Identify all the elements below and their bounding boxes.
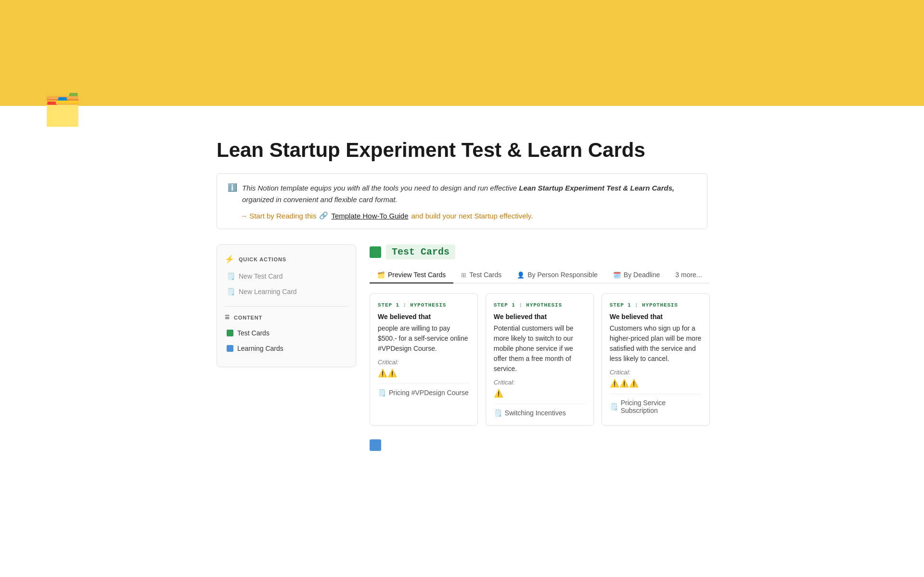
card-2: STEP 1 : HYPOTHESIS We believed that Pot…	[486, 293, 594, 426]
quick-actions-header: ⚡ QUICK ACTIONS	[225, 255, 348, 264]
tab-deadline-label: By Deadline	[624, 271, 660, 279]
card-2-warnings: ⚠️	[494, 389, 586, 398]
card-1-warnings: ⚠️⚠️	[378, 369, 470, 378]
tab-test-cards-label: Test Cards	[469, 271, 501, 279]
card-1-believed: We believed that	[378, 313, 470, 321]
sidebar-divider	[225, 306, 348, 307]
card-2-footer-icon: 🗒️	[494, 409, 502, 417]
guide-link[interactable]: Template How-To Guide	[331, 212, 408, 220]
new-learning-card-icon: 🗒️	[227, 288, 235, 295]
section-header: Test Cards	[370, 244, 710, 259]
tab-more[interactable]: 3 more...	[667, 267, 709, 283]
card-2-critical: Critical:	[494, 379, 586, 386]
tab-more-label: 3 more...	[675, 271, 702, 279]
guide-link-suffix: and build your next Startup effectively.	[411, 212, 533, 220]
card-1-step: STEP 1 : HYPOTHESIS	[378, 302, 470, 308]
tab-person-icon: 👤	[517, 271, 525, 279]
learning-cards-color-square	[227, 345, 233, 352]
card-1-footer[interactable]: 🗒️ Pricing #VPDesign Course	[378, 384, 470, 397]
card-1-critical: Critical:	[378, 359, 470, 366]
card-3-warnings: ⚠️⚠️⚠️	[610, 379, 702, 388]
sidebar-panel: ⚡ QUICK ACTIONS 🗒️ New Test Card 🗒️ New …	[217, 244, 356, 367]
tab-preview-icon: 🗂️	[377, 271, 385, 279]
card-2-believed: We believed that	[494, 313, 586, 321]
new-test-card-icon: 🗒️	[227, 272, 235, 280]
card-3-body: Customers who sign up for a higher-price…	[610, 323, 702, 364]
card-2-footer-text: Switching Incentives	[505, 409, 566, 417]
lightning-icon: ⚡	[225, 255, 235, 264]
new-test-card-label: New Test Card	[239, 272, 283, 280]
tab-test-cards[interactable]: ⊞ Test Cards	[453, 267, 509, 283]
card-3-believed: We believed that	[610, 313, 702, 321]
bottom-section-box	[370, 439, 381, 451]
menu-icon: ☰	[225, 314, 230, 321]
card-1-footer-text: Pricing #VPDesign Course	[389, 389, 469, 397]
tab-by-deadline[interactable]: 🗓️ By Deadline	[605, 267, 668, 283]
card-1: STEP 1 : HYPOTHESIS We believed that peo…	[370, 293, 478, 426]
learning-cards-label: Learning Cards	[237, 345, 283, 352]
tab-person-label: By Person Responsible	[527, 271, 598, 279]
card-2-step: STEP 1 : HYPOTHESIS	[494, 302, 586, 308]
new-learning-card-label: New Learning Card	[239, 288, 297, 295]
card-1-body: people are willing to pay $500.- for a s…	[378, 323, 470, 354]
card-3: STEP 1 : HYPOTHESIS We believed that Cus…	[602, 293, 710, 426]
main-panel: Test Cards 🗂️ Preview Test Cards ⊞ Test …	[370, 244, 710, 451]
hero-banner: 🗂️	[0, 0, 924, 106]
card-2-footer[interactable]: 🗒️ Switching Incentives	[494, 404, 586, 417]
two-col-layout: ⚡ QUICK ACTIONS 🗒️ New Test Card 🗒️ New …	[217, 244, 707, 451]
tab-preview-test-cards[interactable]: 🗂️ Preview Test Cards	[370, 267, 453, 283]
section-title: Test Cards	[386, 244, 455, 259]
card-3-critical: Critical:	[610, 369, 702, 376]
guide-link-icon: 🔗	[319, 211, 328, 220]
card-2-body: Potential customers will be more likely …	[494, 323, 586, 374]
content-header: ☰ CONTENT	[225, 314, 348, 321]
page-title: Lean Startup Experiment Test & Learn Car…	[217, 139, 707, 162]
tab-by-person[interactable]: 👤 By Person Responsible	[509, 267, 605, 283]
test-cards-color-square	[227, 330, 233, 336]
info-box: ℹ️ This Notion template equips you with …	[217, 173, 707, 229]
card-3-footer-text: Pricing Service Subscription	[621, 399, 702, 414]
sidebar-item-learning-cards[interactable]: Learning Cards	[225, 342, 348, 355]
bottom-section	[370, 439, 710, 451]
card-1-footer-icon: 🗒️	[378, 389, 386, 397]
card-3-footer-icon: 🗒️	[610, 403, 618, 410]
cards-grid: STEP 1 : HYPOTHESIS We believed that peo…	[370, 293, 710, 426]
new-test-card-action[interactable]: 🗒️ New Test Card	[225, 269, 348, 283]
card-3-step: STEP 1 : HYPOTHESIS	[610, 302, 702, 308]
guide-arrow-text: → Start by Reading this	[240, 212, 316, 220]
sidebar-item-test-cards[interactable]: Test Cards	[225, 326, 348, 340]
info-icon: ℹ️	[228, 183, 237, 192]
tab-test-cards-icon: ⊞	[461, 271, 466, 279]
test-cards-label: Test Cards	[237, 329, 270, 337]
tabs-row: 🗂️ Preview Test Cards ⊞ Test Cards 👤 By …	[370, 267, 710, 283]
page-icon: 🗂️	[43, 94, 82, 125]
info-text: This Notion template equips you with all…	[242, 182, 696, 205]
tab-deadline-icon: 🗓️	[613, 271, 621, 279]
section-green-box	[370, 246, 381, 258]
new-learning-card-action[interactable]: 🗒️ New Learning Card	[225, 285, 348, 298]
tab-preview-label: Preview Test Cards	[388, 271, 446, 279]
card-3-footer[interactable]: 🗒️ Pricing Service Subscription	[610, 394, 702, 414]
